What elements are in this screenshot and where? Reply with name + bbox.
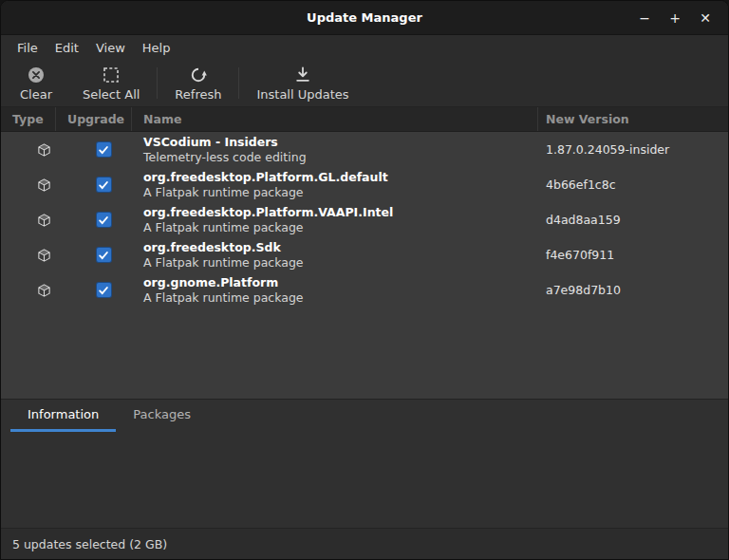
type-cell (1, 248, 56, 263)
table-row[interactable]: org.freedesktop.Platform.VAAPI.Intel A F… (1, 202, 728, 237)
check-icon (98, 179, 109, 191)
column-header-name[interactable]: Name (132, 107, 538, 131)
table-row[interactable]: org.freedesktop.Sdk A Flatpak runtime pa… (1, 237, 728, 272)
install-updates-button-label: Install Updates (256, 87, 348, 102)
tab-packages[interactable]: Packages (116, 400, 208, 432)
package-name: org.gnome.Platform (143, 275, 538, 290)
minimize-button[interactable]: − (633, 7, 656, 29)
package-new-version: d4ad8aa159 (538, 213, 728, 227)
maximize-button[interactable]: + (664, 7, 686, 29)
install-updates-icon (293, 65, 312, 85)
toolbar-separator (238, 67, 239, 99)
upgrade-checkbox[interactable] (96, 141, 112, 158)
window-controls: − + ✕ (633, 7, 728, 29)
menu-edit[interactable]: Edit (47, 35, 87, 60)
menu-view[interactable]: View (87, 35, 134, 60)
upgrade-cell (56, 212, 132, 228)
refresh-button[interactable]: Refresh (159, 60, 236, 106)
install-updates-button[interactable]: Install Updates (241, 60, 364, 106)
table-row[interactable]: org.gnome.Platform A Flatpak runtime pac… (1, 272, 728, 308)
type-cell (1, 283, 56, 298)
type-cell (1, 142, 56, 158)
statusbar: 5 updates selected (2 GB) (1, 528, 728, 559)
package-description: A Flatpak runtime package (143, 220, 538, 235)
package-new-version: f4e670f911 (538, 248, 728, 262)
column-header-type[interactable]: Type (1, 107, 56, 131)
updates-list: VSCodium - Insiders Telemetry-less code … (1, 132, 728, 399)
upgrade-cell (56, 247, 132, 263)
details-tabbar: Information Packages (1, 400, 728, 432)
menu-file[interactable]: File (9, 35, 47, 60)
check-icon (98, 285, 109, 296)
name-cell: org.freedesktop.Sdk A Flatpak runtime pa… (132, 240, 538, 270)
package-icon (37, 248, 51, 263)
package-name: org.freedesktop.Sdk (143, 240, 538, 255)
update-manager-window: Update Manager − + ✕ File Edit View Help… (0, 0, 729, 560)
toolbar: Clear Select All Refresh (1, 60, 728, 107)
close-button[interactable]: ✕ (694, 7, 717, 29)
upgrade-checkbox[interactable] (96, 212, 112, 228)
upgrade-cell (56, 177, 132, 193)
name-cell: VSCodium - Insiders Telemetry-less code … (132, 135, 538, 164)
window-title: Update Manager (1, 10, 728, 25)
column-header-new-version[interactable]: New Version (538, 107, 728, 131)
table-header: Type Upgrade Name New Version (1, 107, 728, 132)
type-cell (1, 177, 56, 193)
package-description: A Flatpak runtime package (143, 185, 538, 200)
package-description: Telemetry-less code editing (143, 150, 538, 165)
column-header-upgrade[interactable]: Upgrade (56, 107, 132, 131)
select-all-button[interactable]: Select All (67, 60, 155, 106)
check-icon (98, 215, 109, 226)
tab-information[interactable]: Information (10, 400, 116, 432)
clear-icon (27, 65, 46, 85)
clear-button-label: Clear (20, 87, 52, 102)
package-icon (37, 213, 51, 228)
package-new-version: 4b66ef1c8c (538, 177, 728, 192)
package-new-version: a7e98d7b10 (538, 283, 728, 297)
package-name: org.freedesktop.Platform.GL.default (143, 170, 538, 185)
menu-help[interactable]: Help (134, 35, 179, 60)
refresh-icon (189, 65, 208, 85)
upgrade-checkbox[interactable] (96, 247, 112, 263)
package-icon (37, 283, 51, 298)
table-row[interactable]: org.freedesktop.Platform.GL.default A Fl… (1, 167, 728, 202)
package-name: VSCodium - Insiders (143, 135, 538, 150)
menubar: File Edit View Help (1, 35, 728, 60)
package-description: A Flatpak runtime package (143, 290, 538, 306)
select-all-icon (102, 65, 121, 85)
name-cell: org.freedesktop.Platform.VAAPI.Intel A F… (132, 205, 538, 234)
details-panel: Information Packages (1, 399, 728, 528)
package-name: org.freedesktop.Platform.VAAPI.Intel (143, 205, 538, 220)
upgrade-cell (56, 141, 132, 158)
table-row[interactable]: VSCodium - Insiders Telemetry-less code … (1, 132, 728, 167)
name-cell: org.gnome.Platform A Flatpak runtime pac… (132, 275, 538, 305)
name-cell: org.freedesktop.Platform.GL.default A Fl… (132, 170, 538, 199)
type-cell (1, 213, 56, 228)
package-icon (37, 177, 51, 193)
select-all-button-label: Select All (83, 87, 140, 102)
details-content (1, 432, 728, 528)
titlebar: Update Manager − + ✕ (1, 1, 728, 35)
refresh-button-label: Refresh (175, 87, 221, 102)
clear-button[interactable]: Clear (5, 60, 67, 106)
package-new-version: 1.87.0.24059-insider (538, 142, 728, 157)
check-icon (98, 144, 109, 156)
upgrade-cell (56, 282, 132, 298)
upgrade-checkbox[interactable] (96, 282, 112, 298)
toolbar-separator (157, 67, 158, 99)
package-icon (37, 142, 51, 158)
upgrade-checkbox[interactable] (96, 177, 112, 193)
status-text: 5 updates selected (2 GB) (12, 537, 167, 551)
check-icon (98, 250, 109, 261)
package-description: A Flatpak runtime package (143, 255, 538, 271)
